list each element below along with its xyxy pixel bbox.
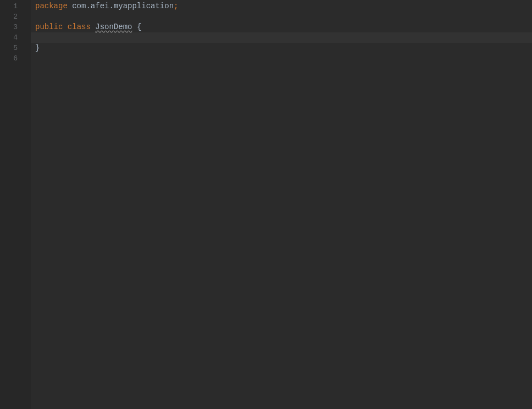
keyword-package: package: [35, 2, 68, 10]
code-line-3[interactable]: public class JsonDemo {: [35, 22, 532, 32]
code-line-4[interactable]: [35, 32, 532, 43]
code-line-5[interactable]: }: [35, 43, 532, 53]
package-name: com.afei.myapplication: [72, 2, 174, 10]
class-name-jsondemo: JsonDemo: [95, 23, 132, 31]
code-content: package com.afei.myapplication; public c…: [35, 1, 532, 64]
space: [91, 23, 95, 31]
line-number-3[interactable]: 3: [0, 22, 31, 32]
line-number-6[interactable]: 6: [0, 53, 31, 64]
editor-container: 1 2 3 4 5 6 package com.afei.myapplicati…: [0, 0, 532, 409]
brace-open: {: [137, 23, 141, 31]
line-number-1[interactable]: 1: [0, 1, 31, 12]
code-line-1[interactable]: package com.afei.myapplication;: [35, 1, 532, 12]
space: [63, 23, 67, 31]
keyword-public: public: [35, 23, 63, 31]
semicolon: ;: [174, 2, 178, 10]
code-area[interactable]: package com.afei.myapplication; public c…: [31, 0, 532, 409]
code-line-2[interactable]: [35, 12, 532, 22]
space: [132, 23, 136, 31]
line-number-2[interactable]: 2: [0, 12, 31, 22]
line-number-4[interactable]: 4: [0, 32, 31, 43]
code-line-6[interactable]: [35, 53, 532, 64]
space: [68, 2, 72, 10]
gutter: 1 2 3 4 5 6: [0, 0, 31, 409]
keyword-class: class: [68, 23, 91, 31]
line-number-5[interactable]: 5: [0, 43, 31, 53]
brace-close: }: [35, 43, 40, 52]
